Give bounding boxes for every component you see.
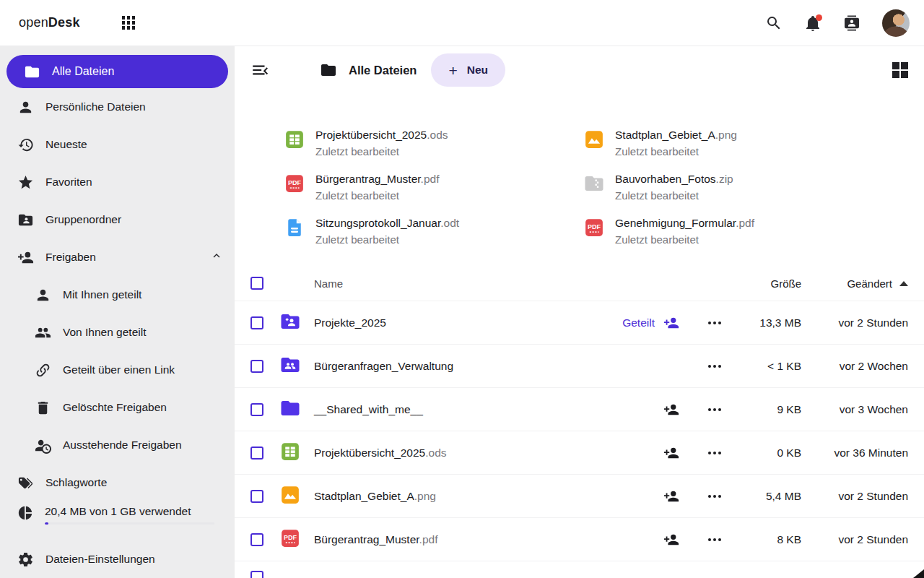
recent-file[interactable]: PDF Bürgerantrag_Muster.pdfZuletzt bearb… [284,171,583,204]
share-icon[interactable] [663,315,679,331]
sidebar-item-ausstehende-freigaben[interactable]: Ausstehende Freigaben [0,426,235,464]
sidebar-item-persoenliche-dateien[interactable]: Persönliche Dateien [0,88,235,126]
share-icon[interactable] [663,402,679,418]
folder-group-icon [279,354,301,376]
pie-chart-icon [17,505,33,521]
table-row[interactable]: Projekte_2025 Geteilt 13,3 MB vor 2 Stun… [235,301,924,344]
sidebar-item-favoriten[interactable]: Favoriten [0,163,235,201]
chevron-up-icon[interactable] [210,249,223,265]
pdf-icon: PDF [279,527,301,549]
svg-text:PDF: PDF [284,534,297,541]
ods-spreadsheet-icon [284,129,305,150]
gear-icon [17,551,34,568]
file-name: Bürgeranfragen_Verwaltung [314,360,596,373]
notifications-bell-icon[interactable] [804,14,821,32]
sidebar: Alle Dateien Persönliche Dateien Neueste… [0,46,235,578]
table-row-partial[interactable] [235,561,924,578]
recent-file[interactable]: Bauvorhaben_Fotos.zipZuletzt bearbeitet [583,171,894,204]
share-icon[interactable] [663,532,679,548]
notification-badge [816,14,822,21]
breadcrumb[interactable]: Alle Dateien [320,61,417,79]
row-checkbox[interactable] [250,490,263,503]
sidebar-item-geteilt-ueber-link[interactable]: Geteilt über einen Link [0,351,235,389]
image-icon [279,484,301,506]
file-modified: vor 2 Stunden [801,533,908,546]
search-icon[interactable] [765,14,783,32]
user-avatar[interactable] [882,9,910,37]
sidebar-item-geloeschte-freigaben[interactable]: Gelöschte Freigaben [0,389,235,426]
table-row[interactable]: Projektübersicht_2025.ods 0 KB vor 36 Mi… [235,431,924,474]
table-row[interactable]: Bürgeranfragen_Verwaltung < 1 KB vor 2 W… [235,344,924,387]
more-actions-button[interactable] [697,495,733,498]
file-name: __Shared_with_me__ [314,403,596,416]
more-actions-button[interactable] [697,452,733,454]
collapse-sidebar-icon[interactable] [250,61,269,79]
row-checkbox[interactable] [250,533,263,546]
column-header-size[interactable]: Größe [733,277,801,290]
app-launcher-icon[interactable] [122,16,136,30]
sidebar-item-alle-dateien[interactable]: Alle Dateien [6,55,228,88]
scroll-corner-indicator [913,569,924,578]
sort-ascending-icon[interactable] [899,281,908,286]
file-modified: vor 3 Wochen [801,403,908,416]
more-actions-button[interactable] [697,408,733,411]
more-actions-button[interactable] [697,538,733,541]
more-actions-button[interactable] [697,365,733,368]
person-plus-icon [17,249,34,266]
grid-view-toggle-icon[interactable] [892,62,909,79]
row-checkbox[interactable] [250,360,263,373]
topbar: openDesk [0,0,924,46]
shared-status-link[interactable]: Geteilt [622,316,655,329]
column-header-name[interactable]: Name [314,277,596,290]
table-row[interactable]: PDF Bürgerantrag_Muster.pdf 8 KB vor 2 S… [235,517,924,561]
table-row[interactable]: Stadtplan_Gebiet_A.png 5,4 MB vor 2 Stun… [235,474,924,517]
sidebar-item-freigaben[interactable]: Freigaben [0,238,235,276]
sidebar-item-mit-ihnen-geteilt[interactable]: Mit Ihnen geteilt [0,276,235,314]
sidebar-item-dateien-einstellungen[interactable]: Dateien-Einstellungen [0,540,235,578]
more-actions-button[interactable] [697,322,733,324]
row-checkbox[interactable] [250,403,263,416]
file-modified: vor 2 Stunden [801,490,908,503]
recent-file[interactable]: Projektübersicht_2025.odsZuletzt bearbei… [284,127,583,160]
table-row[interactable]: __Shared_with_me__ 9 KB vor 3 Wochen [235,387,924,431]
file-modified: vor 2 Wochen [801,360,908,373]
file-name: Bauvorhaben_Fotos.zip [615,171,733,187]
recent-file[interactable]: PDF Genehmigung_Formular.pdfZuletzt bear… [583,215,894,248]
folder-icon [24,64,40,80]
link-icon [35,362,51,379]
plus-icon: + [448,63,457,78]
share-icon[interactable] [663,445,679,461]
storage-label: 20,4 MB von 1 GB verwendet [45,503,214,520]
file-subtitle: Zuletzt bearbeitet [315,231,459,248]
pdf-icon: PDF [284,173,305,194]
file-size: 5,4 MB [733,490,801,503]
row-checkbox[interactable] [250,447,263,460]
share-icon[interactable] [663,488,679,504]
storage-quota[interactable]: 20,4 MB von 1 GB verwendet [0,501,235,535]
file-size: < 1 KB [733,360,801,373]
sidebar-item-gruppenordner[interactable]: Gruppenordner [0,201,235,238]
zip-archive-icon [583,173,605,194]
sidebar-item-schlagworte[interactable]: Schlagworte [0,464,235,501]
contacts-icon[interactable] [843,14,860,32]
recent-file[interactable]: Stadtplan_Gebiet_A.pngZuletzt bearbeitet [583,127,894,160]
file-modified: vor 2 Stunden [801,316,908,329]
person-clock-icon [35,437,51,454]
people-group-icon [35,324,51,341]
column-header-modified[interactable]: Geändert [801,277,908,290]
sidebar-item-neueste[interactable]: Neueste [0,126,235,163]
odt-document-icon [284,217,305,238]
sidebar-item-von-ihnen-geteilt[interactable]: Von Ihnen geteilt [0,314,235,351]
row-checkbox[interactable] [250,316,263,329]
row-checkbox[interactable] [250,571,263,578]
file-name: Genehmigung_Formular.pdf [615,215,754,231]
file-subtitle: Zuletzt bearbeitet [315,187,439,204]
folder-icon [320,61,337,79]
files-main: Alle Dateien + Neu Projektübersicht_2025… [235,46,924,578]
folder-icon [279,397,301,419]
new-button[interactable]: + Neu [431,53,505,87]
opendesk-logo[interactable]: openDesk [19,15,80,30]
file-subtitle: Zuletzt bearbeitet [615,143,737,160]
select-all-checkbox[interactable] [250,277,263,290]
recent-file[interactable]: Sitzungsprotokoll_Januar.odtZuletzt bear… [284,215,583,248]
